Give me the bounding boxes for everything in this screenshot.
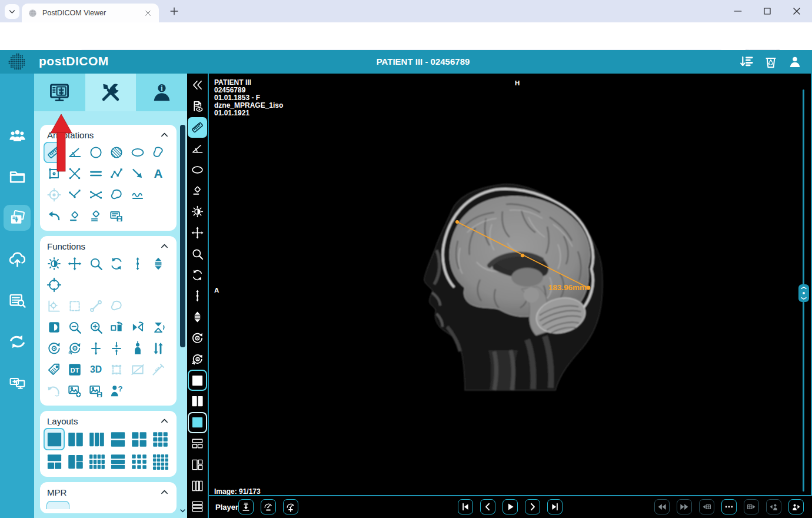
freehand-icon[interactable] [148, 142, 169, 163]
window-level-icon[interactable] [44, 253, 65, 274]
collapse-panel-icon[interactable] [188, 75, 207, 96]
speed-up-icon[interactable] [283, 499, 298, 514]
selected-viewport-icon[interactable] [188, 412, 207, 433]
browser-tab[interactable]: PostDICOM Viewer [22, 4, 159, 22]
last-image-icon[interactable] [547, 499, 563, 514]
upload-icon[interactable] [4, 246, 31, 272]
previous-series-icon[interactable] [699, 499, 714, 514]
layout-3x3-small-icon[interactable] [128, 450, 149, 473]
next-group-icon[interactable] [677, 499, 692, 514]
closed-freehand-icon[interactable] [107, 184, 128, 205]
next-patient-icon[interactable] [788, 499, 804, 514]
tab-patient-info-icon[interactable]: i [136, 74, 187, 111]
layout-2x2-icon[interactable] [128, 428, 149, 450]
ellipse-icon[interactable] [188, 159, 207, 180]
crosshair-icon[interactable] [44, 274, 65, 295]
pan-icon[interactable] [65, 253, 86, 274]
image-viewport[interactable]: 183.96mm PATIENT III0245678901.01.1853 -… [209, 74, 812, 496]
zoom-in-icon[interactable] [85, 317, 107, 338]
layout-1x2-icon[interactable] [188, 391, 207, 412]
report-icon[interactable] [188, 96, 207, 117]
layout-4x4-icon[interactable] [149, 450, 171, 473]
reset-icon[interactable] [188, 328, 207, 349]
sync-icon[interactable] [4, 328, 31, 354]
mpr-layout-tile[interactable] [46, 501, 69, 509]
speed-down-icon[interactable] [261, 499, 276, 514]
stack-scroll-icon[interactable] [148, 253, 169, 274]
eraser-icon[interactable] [188, 180, 207, 201]
new-tab-icon[interactable] [168, 5, 180, 17]
rotate-icon[interactable] [107, 253, 128, 274]
scroll-icon[interactable] [188, 285, 207, 307]
layout-3cols-icon[interactable] [188, 475, 207, 496]
pan-icon[interactable] [188, 223, 207, 244]
stack-scroll-icon[interactable] [188, 307, 207, 328]
collapse-chevron-icon[interactable] [159, 130, 169, 140]
scrollbar-thumb[interactable] [180, 125, 185, 347]
next-image-icon[interactable] [525, 499, 540, 514]
export-image-icon[interactable] [65, 380, 86, 401]
parallel-lines-icon[interactable] [85, 163, 107, 184]
spline-icon[interactable] [127, 184, 148, 205]
reset-icon[interactable] [44, 338, 65, 359]
play-icon[interactable] [502, 499, 518, 514]
tab-viewer-settings-icon[interactable] [34, 74, 85, 111]
window-maximize-icon[interactable] [756, 0, 779, 22]
layout-3x4-icon[interactable] [86, 450, 107, 473]
tags-icon[interactable] [44, 359, 65, 380]
window-level-icon[interactable] [188, 201, 207, 223]
layout-3rows-icon[interactable] [188, 496, 207, 517]
collapse-chevron-icon[interactable] [159, 416, 169, 426]
collapse-chevron-icon[interactable] [159, 241, 169, 251]
patient-orientation-icon[interactable] [127, 338, 148, 359]
zoom-out-icon[interactable] [65, 317, 86, 338]
scroll-icon[interactable] [127, 253, 148, 274]
erase-all-icon[interactable] [85, 205, 107, 227]
invert-icon[interactable] [44, 317, 65, 338]
panel-scrollbar[interactable] [180, 125, 185, 518]
previous-patient-icon[interactable] [766, 499, 781, 514]
folders-icon[interactable] [4, 164, 31, 190]
rotate-icon[interactable] [188, 264, 207, 285]
3d-view-icon[interactable]: 3D [85, 359, 107, 380]
ellipse-icon[interactable] [127, 142, 148, 163]
layout-1-2-icon[interactable] [188, 433, 207, 454]
circle-icon[interactable] [85, 142, 107, 163]
recycle-bin-icon[interactable] [763, 54, 778, 69]
save-image-icon[interactable] [85, 380, 107, 401]
arrow-icon[interactable] [127, 163, 148, 184]
shaded-circle-icon[interactable] [107, 142, 128, 163]
layout-1x1-icon[interactable] [188, 370, 207, 391]
previous-group-icon[interactable] [654, 499, 670, 514]
flip-vertical-icon[interactable] [127, 317, 148, 338]
layout-1x1-icon[interactable] [44, 428, 65, 450]
actual-size-icon[interactable] [107, 338, 128, 359]
reset-window-icon[interactable] [65, 338, 86, 359]
tab-tools-icon[interactable] [85, 74, 137, 111]
save-annotations-icon[interactable] [107, 205, 128, 227]
first-image-icon[interactable] [458, 499, 473, 514]
layout-1x3-icon[interactable] [86, 428, 107, 450]
layout-1-2-icon[interactable] [44, 450, 65, 473]
image-viewer-icon[interactable] [4, 205, 31, 231]
previous-image-icon[interactable] [480, 499, 495, 514]
more-options-icon[interactable] [721, 499, 737, 514]
layout-3rows-icon[interactable] [107, 450, 128, 473]
magnify-icon[interactable] [188, 243, 207, 264]
scrollbar-down-icon[interactable] [178, 506, 187, 515]
collapse-chevron-icon[interactable] [159, 487, 169, 497]
tab-close-icon[interactable] [143, 8, 153, 18]
auto-route-icon[interactable] [739, 54, 754, 69]
account-icon[interactable] [787, 54, 803, 69]
anonymous-patient-icon[interactable]: ? [107, 380, 128, 401]
cobb-angle-icon[interactable] [85, 184, 107, 205]
layout-3x3-icon[interactable] [149, 428, 171, 450]
line-caliper-icon[interactable] [65, 184, 86, 205]
screen-share-icon[interactable] [4, 370, 31, 396]
ruler-icon[interactable] [188, 117, 207, 138]
stack-slider-handle[interactable] [798, 284, 809, 302]
angle-icon[interactable] [188, 138, 207, 159]
eraser-icon[interactable] [65, 205, 86, 227]
layout-1x2-icon[interactable] [65, 428, 86, 450]
download-icon[interactable] [238, 499, 254, 514]
